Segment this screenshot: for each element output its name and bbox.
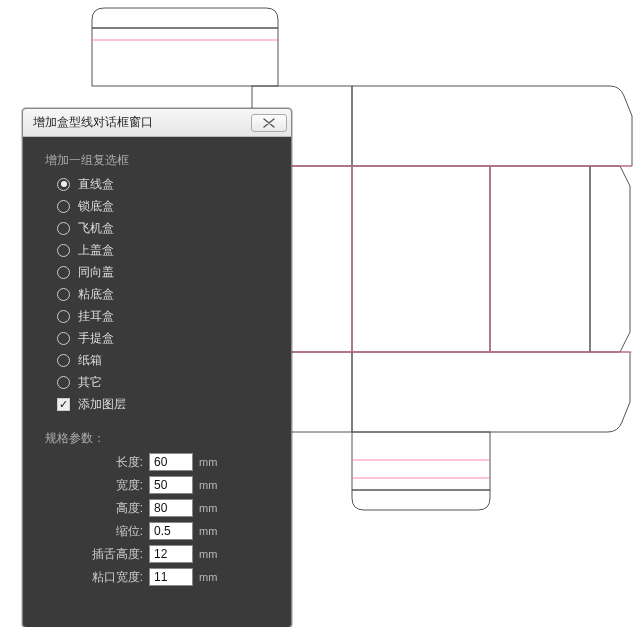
option-label: 锁底盒 <box>78 197 114 215</box>
radio-icon <box>57 178 70 191</box>
group-label: 增加一组复选框 <box>45 151 281 169</box>
option-label: 直线盒 <box>78 175 114 193</box>
option-label: 飞机盒 <box>78 219 114 237</box>
unit-label: mm <box>199 477 217 494</box>
radio-icon <box>57 310 70 323</box>
length-input[interactable] <box>149 453 193 471</box>
radio-icon <box>57 244 70 257</box>
option-label: 纸箱 <box>78 351 102 369</box>
option-straight-box[interactable]: 直线盒 <box>57 175 281 193</box>
option-same-direction-lid[interactable]: 同向盖 <box>57 263 281 281</box>
option-label: 粘底盒 <box>78 285 114 303</box>
height-input[interactable] <box>149 499 193 517</box>
option-label: 其它 <box>78 373 102 391</box>
checkbox-label: 添加图层 <box>78 395 126 413</box>
indent-input[interactable] <box>149 522 193 540</box>
svg-rect-0 <box>92 28 278 86</box>
radio-icon <box>57 376 70 389</box>
unit-label: mm <box>199 546 217 563</box>
option-label: 挂耳盒 <box>78 307 114 325</box>
field-indent: 缩位: mm <box>45 522 281 540</box>
option-carton[interactable]: 纸箱 <box>57 351 281 369</box>
field-label: 高度: <box>45 499 149 517</box>
field-label: 宽度: <box>45 476 149 494</box>
add-box-dialog: 增加盒型线对话框窗口 增加一组复选框 直线盒 锁底盒 飞机盒 上盖盒 同向盖 <box>22 108 292 627</box>
dialog-body: 增加一组复选框 直线盒 锁底盒 飞机盒 上盖盒 同向盖 粘底盒 挂耳盒 <box>23 137 291 627</box>
option-glue-bottom-box[interactable]: 粘底盒 <box>57 285 281 303</box>
radio-icon <box>57 288 70 301</box>
option-other[interactable]: 其它 <box>57 373 281 391</box>
dialog-titlebar[interactable]: 增加盒型线对话框窗口 <box>23 109 291 137</box>
option-top-lid-box[interactable]: 上盖盒 <box>57 241 281 259</box>
option-label: 上盖盒 <box>78 241 114 259</box>
width-input[interactable] <box>149 476 193 494</box>
close-icon <box>263 118 275 128</box>
field-label: 长度: <box>45 453 149 471</box>
field-glue-width: 粘口宽度: mm <box>45 568 281 586</box>
radio-icon <box>57 266 70 279</box>
option-label: 手提盒 <box>78 329 114 347</box>
field-tongue-height: 插舌高度: mm <box>45 545 281 563</box>
field-width: 宽度: mm <box>45 476 281 494</box>
option-label: 同向盖 <box>78 263 114 281</box>
unit-label: mm <box>199 523 217 540</box>
svg-rect-6 <box>352 432 490 490</box>
spec-label: 规格参数： <box>45 429 281 447</box>
checkbox-icon <box>57 398 70 411</box>
svg-rect-4 <box>490 166 590 352</box>
tongue-input[interactable] <box>149 545 193 563</box>
field-length: 长度: mm <box>45 453 281 471</box>
radio-icon <box>57 332 70 345</box>
radio-icon <box>57 354 70 367</box>
radio-icon <box>57 200 70 213</box>
option-lock-bottom-box[interactable]: 锁底盒 <box>57 197 281 215</box>
unit-label: mm <box>199 454 217 471</box>
option-airplane-box[interactable]: 飞机盒 <box>57 219 281 237</box>
glue-input[interactable] <box>149 568 193 586</box>
field-label: 粘口宽度: <box>45 568 149 586</box>
option-hang-ear-box[interactable]: 挂耳盒 <box>57 307 281 325</box>
add-layer-checkbox[interactable]: 添加图层 <box>57 395 281 413</box>
radio-icon <box>57 222 70 235</box>
field-height: 高度: mm <box>45 499 281 517</box>
option-handbag-box[interactable]: 手提盒 <box>57 329 281 347</box>
dialog-title: 增加盒型线对话框窗口 <box>33 114 251 131</box>
unit-label: mm <box>199 500 217 517</box>
field-label: 插舌高度: <box>45 545 149 563</box>
field-label: 缩位: <box>45 522 149 540</box>
unit-label: mm <box>199 569 217 586</box>
svg-rect-3 <box>352 166 490 352</box>
close-button[interactable] <box>251 114 287 132</box>
